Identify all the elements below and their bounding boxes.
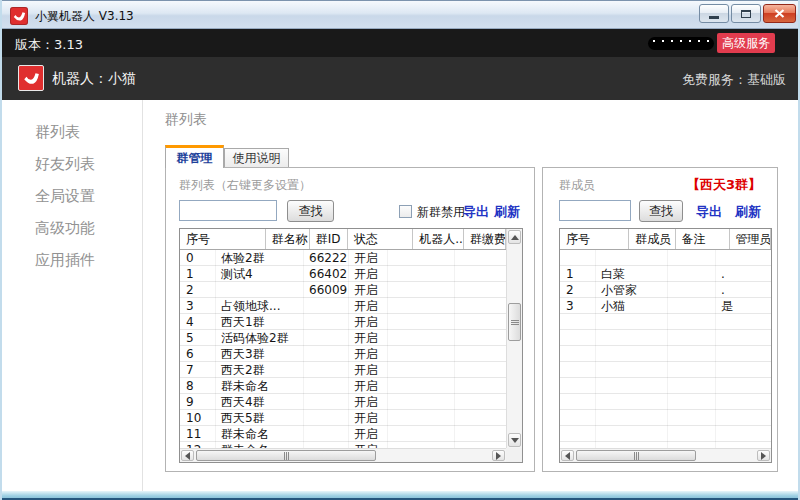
cell-group-name: 占领地球... [215, 298, 303, 314]
group-row[interactable]: 2 66009 开启 [180, 282, 506, 298]
cell-status: 开启 [348, 410, 387, 426]
cell-status: 开启 [348, 426, 387, 442]
group-row[interactable]: 10 西天5群 开启 [180, 410, 506, 426]
cell-remark [667, 266, 715, 282]
maximize-button[interactable] [731, 4, 761, 23]
column-header[interactable]: 群ID [310, 229, 348, 249]
tab-usage-instructions[interactable]: 使用说明 [224, 148, 289, 167]
column-header[interactable]: 群成员 [629, 229, 675, 249]
cell-status: 开启 [348, 250, 387, 266]
column-header[interactable]: 状态 [348, 229, 413, 249]
group-row[interactable]: 4 西天1群 开启 [180, 314, 506, 330]
cell-remark [667, 282, 715, 298]
vertical-scroll-thumb[interactable] [508, 303, 521, 341]
scroll-down-button[interactable] [508, 433, 521, 447]
column-header[interactable]: 群名称 [266, 229, 310, 249]
cell-group-name: 西天1群 [215, 314, 303, 330]
cell-no: 0 [180, 250, 215, 266]
cell-fee [454, 266, 506, 282]
member-export-link[interactable]: 导出 [696, 203, 722, 221]
column-header[interactable]: 群缴费 [464, 229, 506, 249]
group-row[interactable]: 1 测试4 66402 开启 [180, 266, 506, 282]
scroll-right-button[interactable] [757, 450, 770, 461]
group-row[interactable]: 11 群未命名 开启 [180, 426, 506, 442]
cell-group-id [303, 394, 348, 410]
sidebar-item[interactable]: 全局设置 [35, 187, 95, 206]
scroll-left-button[interactable] [181, 450, 194, 461]
member-find-button[interactable]: 查找 [639, 200, 683, 222]
member-refresh-link[interactable]: 刷新 [735, 203, 761, 221]
group-find-button[interactable]: 查找 [287, 200, 334, 222]
member-search-input[interactable] [559, 200, 631, 221]
cell-group-name: 西天2群 [215, 362, 303, 378]
cell-member-name: 小猫 [595, 298, 667, 314]
cell-robot [387, 330, 454, 346]
scroll-up-button[interactable] [508, 230, 521, 244]
cell-member-name: 小管家 [595, 282, 667, 298]
cell-no: 9 [180, 394, 215, 410]
window-controls [699, 4, 796, 23]
column-header[interactable]: 序号 [180, 229, 266, 249]
sidebar-item[interactable]: 好友列表 [35, 155, 95, 174]
group-refresh-link[interactable]: 刷新 [494, 203, 520, 221]
scroll-right-button[interactable] [492, 450, 505, 461]
cell-status: 开启 [348, 298, 387, 314]
cell-robot [387, 346, 454, 362]
cell-no: 1 [560, 266, 595, 282]
group-row[interactable]: 5 活码体验2群 开启 [180, 330, 506, 346]
group-search-input[interactable] [179, 200, 277, 221]
cell-group-name: 体验2群 [215, 250, 303, 266]
group-row[interactable]: 0 体验2群 66222 开启 [180, 250, 506, 266]
sidebar-item[interactable]: 群列表 [35, 123, 80, 142]
group-export-link[interactable]: 导出 [463, 203, 489, 221]
group-row[interactable]: 6 西天3群 开启 [180, 346, 506, 362]
cell-status: 开启 [348, 346, 387, 362]
column-header[interactable]: 管理员 [730, 229, 771, 249]
new-group-disable-checkbox[interactable] [399, 205, 412, 218]
column-header[interactable]: 机器人... [413, 229, 464, 249]
minimize-button[interactable] [699, 4, 729, 23]
cell-fee [454, 250, 506, 266]
cell-no: 10 [180, 410, 215, 426]
horizontal-scrollbar[interactable] [560, 448, 771, 462]
group-row[interactable]: 7 西天2群 开启 [180, 362, 506, 378]
cell-status: 开启 [348, 282, 387, 298]
cell-no: 6 [180, 346, 215, 362]
horizontal-scroll-thumb[interactable] [196, 450, 376, 461]
column-header[interactable]: 备注 [676, 229, 730, 249]
cell-group-name: 活码体验2群 [215, 330, 303, 346]
scroll-up-icon [511, 235, 519, 240]
app-logo-icon [10, 7, 28, 25]
column-header[interactable]: 序号 [560, 229, 629, 249]
sidebar-item[interactable]: 高级功能 [35, 219, 95, 238]
wing-glyph [22, 69, 40, 87]
cell-member-name: 白菜 [595, 266, 667, 282]
premium-service-button[interactable]: 高级服务 [717, 33, 775, 53]
version-label: 版本：3.13 [15, 36, 83, 54]
member-row[interactable] [560, 250, 771, 266]
robot-name-label: 机器人：小猫 [52, 70, 136, 88]
scroll-left-button[interactable] [561, 450, 574, 461]
cell-group-id [303, 314, 348, 330]
scroll-right-icon [496, 452, 501, 460]
group-row[interactable]: 9 西天4群 开启 [180, 394, 506, 410]
cell-group-name [215, 282, 303, 298]
tab-group-management[interactable]: 群管理 [165, 145, 224, 168]
cell-robot [387, 282, 454, 298]
group-table-body: 0 体验2群 66222 开启 1 测试4 66402 开启 [180, 250, 506, 448]
group-row[interactable]: 8 群未命名 开启 [180, 378, 506, 394]
sidebar-item[interactable]: 应用插件 [35, 251, 95, 270]
horizontal-scroll-thumb[interactable] [576, 450, 696, 461]
cell-group-id [303, 298, 348, 314]
close-button[interactable] [763, 4, 796, 23]
cell-no: 3 [560, 298, 595, 314]
cell-group-name: 西天5群 [215, 410, 303, 426]
member-row[interactable]: 3 小猫 是 [560, 298, 771, 314]
group-row[interactable]: 3 占领地球... 开启 [180, 298, 506, 314]
member-row[interactable]: 1 白菜 . [560, 266, 771, 282]
member-row[interactable]: 2 小管家 . [560, 282, 771, 298]
vertical-scrollbar[interactable] [506, 229, 522, 448]
cell-status: 开启 [348, 362, 387, 378]
cell-group-id: 66009 [303, 282, 348, 298]
horizontal-scrollbar[interactable] [180, 448, 506, 462]
